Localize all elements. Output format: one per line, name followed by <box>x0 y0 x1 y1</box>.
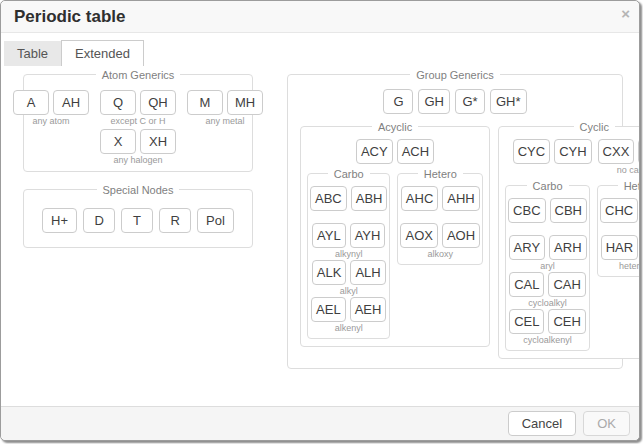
group-generics-subpanels: Acyclic ACY ACH Carbo <box>294 126 616 359</box>
button-m[interactable]: M <box>187 90 223 115</box>
tab-extended[interactable]: Extended <box>61 40 144 66</box>
button-ayh[interactable]: AYH <box>350 223 386 248</box>
button-abc[interactable]: ABC <box>310 186 347 211</box>
legend-carbo-acyclic: Carbo <box>328 168 370 180</box>
panel-legend: Acyclic <box>301 119 489 134</box>
pair-ary-arh: ARY ARH aryl <box>509 235 587 272</box>
legend-cyclic: Cyclic <box>574 121 615 133</box>
caption-any-halogen: any halogen <box>113 155 162 166</box>
caption-aryl: aryl <box>540 261 555 272</box>
button-cyc[interactable]: CYC <box>513 139 550 164</box>
legend-carbo-cyclic: Carbo <box>527 180 569 192</box>
caption-no-carbon: no carbon <box>617 165 640 176</box>
pair-cel-ceh: CEL CEH cycloalkenyl <box>509 309 586 346</box>
pair-har-hah: HAR HAH hetero aryl <box>601 235 640 272</box>
button-cal[interactable]: CAL <box>509 272 544 297</box>
atom-generics-panel: Atom Generics A AH any atom Q QH <box>23 74 253 172</box>
panel-legend: Carbo <box>506 178 589 193</box>
dialog-title: Periodic table <box>1 7 125 27</box>
caption-any-atom: any atom <box>32 116 69 127</box>
caption-any-metal: any metal <box>205 116 244 127</box>
button-mh[interactable]: MH <box>227 90 263 115</box>
button-cyh[interactable]: CYH <box>554 139 591 164</box>
button-g[interactable]: G <box>383 89 413 114</box>
caption-alkoxy: alkoxy <box>428 249 454 260</box>
pair-ahc-ahh: AHC AHH <box>401 186 480 223</box>
acyclic-carbo-panel: Carbo ABC ABH <box>307 173 390 339</box>
button-aox[interactable]: AOX <box>400 223 437 248</box>
acyclic-top-row: ACY ACH <box>304 139 486 164</box>
button-abh[interactable]: ABH <box>351 186 388 211</box>
button-r[interactable]: R <box>159 208 191 233</box>
cyclic-hetero-panel: Hetero CHC CHH <box>597 185 640 277</box>
pair-cxx-cxh: CXX CXH no carbon <box>598 139 640 176</box>
button-gh-star[interactable]: GH* <box>490 89 527 114</box>
group-generics-panel: Group Generics G GH G* GH* Acyclic ACY <box>287 74 623 369</box>
pair-cbc-cbh: CBC CBH <box>508 198 587 235</box>
button-q[interactable]: Q <box>100 90 136 115</box>
cyclic-carbo-panel: Carbo CBC CBH <box>505 185 590 351</box>
caption-alkynyl: alkynyl <box>335 249 363 260</box>
acyclic-hetero-panel: Hetero AHC AHH <box>397 173 483 265</box>
caption-alkenyl: alkenyl <box>335 323 363 334</box>
cyclic-panel: Cyclic CYC CYH CXX <box>498 126 640 359</box>
caption-hetero-aryl: hetero aryl <box>619 261 640 272</box>
left-column: Atom Generics A AH any atom Q QH <box>23 74 253 248</box>
legend-hetero-cyclic: Hetero <box>618 180 640 192</box>
button-g-star[interactable]: G* <box>455 89 485 114</box>
button-arh[interactable]: ARH <box>549 235 586 260</box>
button-alh[interactable]: ALH <box>350 260 385 285</box>
button-cxh[interactable]: CXH <box>638 139 640 164</box>
group-generics-row: G GH G* GH* <box>294 89 616 114</box>
button-ahc[interactable]: AHC <box>401 186 438 211</box>
pair-chc-chh: CHC CHH <box>600 198 640 235</box>
button-a[interactable]: A <box>13 90 49 115</box>
close-icon[interactable]: × <box>621 6 630 21</box>
button-ahh[interactable]: AHH <box>442 186 479 211</box>
button-ach[interactable]: ACH <box>397 139 434 164</box>
legend-special-nodes: Special Nodes <box>97 184 180 196</box>
button-har[interactable]: HAR <box>601 235 638 260</box>
pair-aox-aoh: AOX AOH alkoxy <box>400 223 480 260</box>
button-d[interactable]: D <box>83 208 115 233</box>
caption-cycloalkenyl: cycloalkenyl <box>523 335 572 346</box>
button-cbh[interactable]: CBH <box>550 198 587 223</box>
button-cxx[interactable]: CXX <box>598 139 635 164</box>
button-ary[interactable]: ARY <box>509 235 546 260</box>
button-gh[interactable]: GH <box>418 89 450 114</box>
button-qh[interactable]: QH <box>140 90 176 115</box>
pair-cyc-cyh: CYC CYH <box>513 139 592 176</box>
acyclic-leaf-panels: Carbo ABC ABH <box>304 173 486 339</box>
button-pol[interactable]: Pol <box>197 208 234 233</box>
button-cbc[interactable]: CBC <box>508 198 545 223</box>
button-chc[interactable]: CHC <box>600 198 638 223</box>
button-xh[interactable]: XH <box>140 129 176 154</box>
pair-alk-alh: ALK ALH alkyl <box>312 260 386 297</box>
tab-table[interactable]: Table <box>4 41 61 66</box>
legend-atom-generics: Atom Generics <box>96 69 181 81</box>
button-aoh[interactable]: AOH <box>442 223 480 248</box>
panel-legend: Hetero <box>598 178 640 193</box>
button-h-plus[interactable]: H+ <box>42 208 77 233</box>
button-alk[interactable]: ALK <box>312 260 347 285</box>
button-cel[interactable]: CEL <box>509 309 544 334</box>
pair-cal-cah: CAL CAH cycloalkyl <box>509 272 586 309</box>
button-t[interactable]: T <box>121 208 153 233</box>
dialog-content: Atom Generics A AH any atom Q QH <box>1 66 639 406</box>
ok-button[interactable]: OK <box>583 411 630 436</box>
cyclic-top-row: CYC CYH CXX CXH no carbon <box>502 139 640 176</box>
button-cah[interactable]: CAH <box>548 272 585 297</box>
panel-legend: Group Generics <box>288 67 622 82</box>
button-ayl[interactable]: AYL <box>312 223 346 248</box>
cancel-button[interactable]: Cancel <box>508 411 576 436</box>
button-acy[interactable]: ACY <box>356 139 393 164</box>
button-aeh[interactable]: AEH <box>350 297 387 322</box>
panel-legend: Cyclic <box>499 119 640 134</box>
panel-legend: Carbo <box>308 166 389 181</box>
button-ceh[interactable]: CEH <box>548 309 585 334</box>
button-ael[interactable]: AEL <box>311 297 346 322</box>
legend-hetero-acyclic: Hetero <box>418 168 463 180</box>
button-ah[interactable]: AH <box>53 90 89 115</box>
button-x[interactable]: X <box>100 129 136 154</box>
acyclic-panel: Acyclic ACY ACH Carbo <box>300 126 490 347</box>
